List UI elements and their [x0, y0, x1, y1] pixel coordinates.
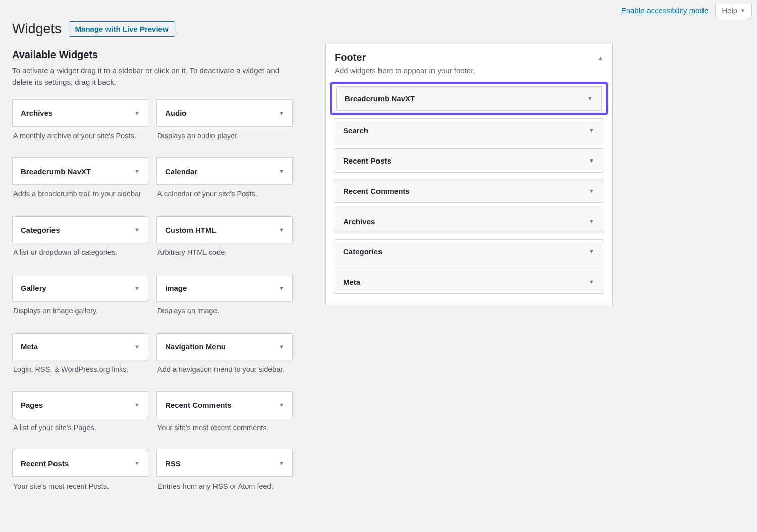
- widget-description: Displays an image.: [157, 306, 292, 317]
- area-widget-recent-comments[interactable]: Recent Comments ▼: [335, 179, 603, 203]
- chevron-down-icon: ▼: [134, 227, 140, 233]
- widget-name: Archives: [343, 217, 375, 226]
- available-widgets-title: Available Widgets: [12, 49, 295, 61]
- chevron-down-icon: ▼: [279, 227, 284, 233]
- chevron-down-icon: ▼: [589, 248, 594, 254]
- chevron-down-icon: ▼: [134, 285, 140, 291]
- highlighted-widget-wrapper: Breadcrumb NavXT ▼: [330, 82, 608, 115]
- widget-name: Categories: [21, 226, 60, 234]
- chevron-down-icon: ▼: [134, 344, 140, 350]
- area-widget-search[interactable]: Search ▼: [335, 118, 603, 142]
- chevron-down-icon: ▼: [279, 460, 284, 466]
- chevron-down-icon: ▼: [589, 188, 594, 194]
- widget-area-column: Footer ▲ Add widgets here to appear in y…: [325, 44, 613, 306]
- area-widget-archives[interactable]: Archives ▼: [335, 209, 603, 233]
- available-widget-recent-posts[interactable]: Recent Posts ▼: [12, 450, 148, 477]
- chevron-down-icon: ▼: [134, 110, 140, 116]
- widget-name: Gallery: [21, 284, 46, 292]
- widget-description: A monthly archive of your site's Posts.: [13, 131, 147, 142]
- chevron-down-icon: ▼: [279, 285, 284, 291]
- widget-area-title: Footer: [335, 51, 366, 63]
- widget-description: A list of your site's Pages.: [13, 422, 147, 434]
- chevron-down-icon: ▼: [589, 127, 594, 133]
- available-widget-image[interactable]: Image ▼: [156, 275, 293, 302]
- chevron-down-icon: ▼: [279, 168, 284, 174]
- enable-accessibility-link[interactable]: Enable accessibility mode: [621, 4, 709, 15]
- help-toggle-button[interactable]: Help ▼: [715, 4, 752, 18]
- widget-description: Your site's most recent comments.: [157, 422, 292, 434]
- widget-name: Audio: [165, 109, 187, 117]
- chevron-down-icon: ▼: [589, 157, 594, 164]
- chevron-down-icon: ▼: [589, 279, 594, 285]
- widget-description: A list or dropdown of categories.: [13, 247, 147, 258]
- chevron-up-icon[interactable]: ▲: [598, 55, 603, 61]
- available-widget-breadcrumb-navxt[interactable]: Breadcrumb NavXT ▼: [12, 157, 148, 185]
- widget-name: Pages: [21, 401, 43, 409]
- page-title: Widgets: [12, 21, 62, 37]
- available-widget-meta[interactable]: Meta ▼: [12, 333, 148, 360]
- help-label: Help: [722, 6, 737, 15]
- manage-live-preview-button[interactable]: Manage with Live Preview: [69, 21, 175, 37]
- available-widgets-description: To activate a widget drag it to a sideba…: [12, 65, 295, 88]
- widget-name: Navigation Menu: [165, 342, 226, 351]
- chevron-down-icon: ▼: [134, 402, 140, 408]
- chevron-down-icon: ▼: [740, 8, 745, 13]
- available-widget-calendar[interactable]: Calendar ▼: [156, 157, 293, 185]
- area-widget-recent-posts[interactable]: Recent Posts ▼: [335, 148, 603, 173]
- widget-name: Recent Posts: [343, 156, 391, 165]
- widget-area-description: Add widgets here to appear in your foote…: [326, 63, 612, 82]
- available-widgets-column: Available Widgets To activate a widget d…: [12, 44, 295, 500]
- available-widget-archives[interactable]: Archives ▼: [12, 99, 148, 127]
- widget-name: Recent Comments: [165, 401, 232, 409]
- chevron-down-icon: ▼: [134, 168, 140, 174]
- chevron-down-icon: ▼: [279, 344, 284, 350]
- widget-name: Search: [343, 126, 368, 135]
- available-widget-gallery[interactable]: Gallery ▼: [12, 275, 148, 302]
- widget-name: Image: [165, 284, 187, 292]
- widget-description: A calendar of your site's Posts.: [157, 189, 292, 200]
- available-widget-pages[interactable]: Pages ▼: [12, 391, 148, 418]
- widget-name: Recent Comments: [343, 187, 410, 195]
- area-widget-categories[interactable]: Categories ▼: [335, 239, 603, 263]
- widget-name: Breadcrumb NavXT: [345, 94, 415, 103]
- chevron-down-icon: ▼: [587, 95, 593, 101]
- available-widget-categories[interactable]: Categories ▼: [12, 216, 148, 243]
- widget-description: Adds a breadcrumb trail to your sidebar: [13, 189, 147, 200]
- widget-description: Displays an image gallery.: [13, 306, 147, 317]
- widget-description: Entries from any RSS or Atom feed.: [157, 481, 292, 492]
- widget-description: Add a navigation menu to your sidebar.: [157, 364, 292, 376]
- chevron-down-icon: ▼: [134, 460, 140, 466]
- widget-name: Custom HTML: [165, 226, 217, 234]
- widget-description: Displays an audio player.: [157, 131, 292, 142]
- available-widget-navigation-menu[interactable]: Navigation Menu ▼: [156, 333, 293, 360]
- widget-name: Categories: [343, 247, 383, 256]
- widget-name: Breadcrumb NavXT: [21, 167, 91, 176]
- widget-name: Meta: [343, 278, 360, 286]
- widget-name: Calendar: [165, 167, 197, 176]
- area-widget-breadcrumb-navxt[interactable]: Breadcrumb NavXT ▼: [336, 86, 602, 111]
- widget-description: Arbitrary HTML code.: [157, 247, 292, 258]
- available-widget-recent-comments[interactable]: Recent Comments ▼: [156, 391, 293, 418]
- widget-name: Meta: [21, 342, 38, 351]
- widget-description: Login, RSS, & WordPress.org links.: [13, 364, 147, 376]
- widget-area-footer: Footer ▲ Add widgets here to appear in y…: [325, 44, 613, 306]
- widget-name: RSS: [165, 459, 181, 468]
- widget-name: Recent Posts: [21, 459, 69, 468]
- widget-description: Your site's most recent Posts.: [13, 481, 147, 492]
- chevron-down-icon: ▼: [279, 110, 284, 116]
- available-widget-audio[interactable]: Audio ▼: [156, 99, 293, 127]
- available-widget-rss[interactable]: RSS ▼: [156, 450, 293, 477]
- available-widget-custom-html[interactable]: Custom HTML ▼: [156, 216, 293, 243]
- chevron-down-icon: ▼: [589, 218, 594, 224]
- chevron-down-icon: ▼: [279, 402, 284, 408]
- widget-name: Archives: [21, 109, 52, 117]
- area-widget-meta[interactable]: Meta ▼: [335, 270, 603, 294]
